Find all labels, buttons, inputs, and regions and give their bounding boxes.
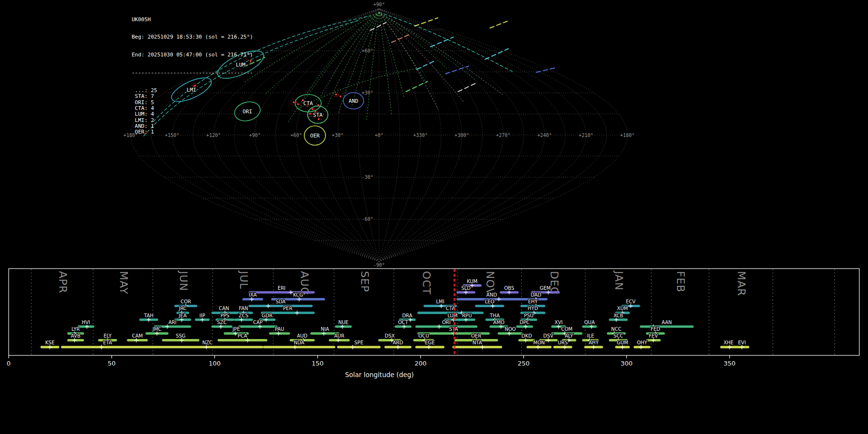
latitude-tick-label: +90°	[373, 2, 385, 7]
shower-code-label: DRA	[402, 313, 412, 318]
shower-bar: KSE	[41, 340, 58, 349]
shower-bar: URS	[555, 340, 571, 349]
shower-code-label: NCC	[611, 326, 621, 332]
shower-bar: JEA	[176, 313, 190, 322]
shower-code-label: CAP	[253, 320, 263, 325]
shower-bar: XHE	[721, 340, 736, 349]
latitude-tick-label: +60°	[362, 48, 373, 54]
shower-code-label: FAN	[239, 306, 248, 311]
shower-code-label: AAN	[662, 320, 672, 325]
shower-code-label: LUM	[448, 313, 458, 318]
meteor-trail	[287, 13, 379, 123]
shower-code-label: URS	[558, 340, 568, 345]
shower-code-label: KSE	[45, 340, 54, 345]
shower-code-label: AVB	[71, 333, 81, 339]
shower-code-label: DAD	[530, 292, 541, 298]
shower-bar: RPU	[460, 313, 474, 322]
meteor-point	[309, 113, 311, 115]
shower-code-label: DKD	[521, 333, 532, 339]
shower-code-label: NUE	[339, 320, 349, 325]
meteor-observation-report: +180°+150°+120°+90°+60°+30°+0°+330°+300°…	[0, 0, 868, 434]
radiant-label: CTA	[303, 100, 313, 107]
longitude-tick-label: +330°	[413, 133, 428, 138]
shower-code-label: LMI	[436, 299, 444, 304]
month-label: JUL	[238, 270, 250, 289]
shower-code-label: ZCS	[239, 313, 248, 318]
shower-code-label: OER	[471, 333, 481, 339]
shower-bar: SSG	[163, 333, 198, 342]
shower-count-row: OER: 1	[132, 129, 253, 135]
radiant-label: OER	[310, 133, 320, 139]
shower-code-label: XVI	[555, 320, 563, 325]
radiant-label: STA	[313, 112, 323, 118]
longitude-tick-label: +270°	[496, 133, 510, 138]
meteor-trail	[536, 68, 555, 72]
shower-code-label: PPS	[220, 313, 229, 318]
shower-code-label: OCU	[419, 333, 429, 339]
shower-code-label: OHY	[637, 340, 648, 345]
longitude-tick-label: +210°	[579, 133, 593, 138]
shower-code-label: XHE	[723, 340, 733, 345]
shower-bar: OCT	[396, 320, 410, 329]
shower-code-label: ARD	[393, 340, 404, 345]
meteor-trail	[370, 23, 386, 30]
longitude-tick-label: +30°	[332, 133, 343, 138]
x-axis-title: Solar longitude (deg)	[345, 371, 414, 379]
shower-count-row: LUM: 4	[132, 111, 253, 117]
shower-code-label: NTA	[473, 340, 482, 345]
shower-code-label: GUM	[617, 340, 628, 345]
shower-code-label: SSG	[176, 333, 185, 339]
x-tick-label: 150	[312, 360, 324, 367]
observation-header: UK005H Beg: 20251029 18:53:30 (sol = 216…	[132, 5, 253, 147]
x-tick-label: 250	[517, 360, 529, 367]
shower-bar: AAN	[641, 320, 692, 329]
meteor-point	[318, 118, 320, 120]
shower-code-label: KCG	[293, 292, 303, 298]
shower-code-label: ARI	[168, 320, 176, 325]
shower-code-label: EVI	[738, 340, 746, 345]
shower-bar: AUR	[330, 333, 348, 342]
shower-code-label: ETA	[103, 340, 112, 345]
shower-bar: GUM	[616, 340, 629, 349]
shower-bar: IIP	[196, 313, 209, 322]
shower-bar: MON	[528, 340, 550, 349]
shower-code-label: THA	[489, 313, 500, 318]
meteor-trail	[415, 18, 438, 26]
month-label: FEB	[675, 271, 687, 293]
shower-bar: DKD	[519, 333, 534, 342]
shower-code-label: ILE	[587, 333, 594, 339]
shower-code-label: AHY	[589, 340, 599, 345]
shower-bar: SZC	[213, 320, 231, 329]
latitude-tick-label: -30°	[362, 175, 373, 180]
shower-counts: ...: 25 STA: 7 ORI: 5 CTA: 4 LUM: 4 LMI:…	[132, 88, 253, 135]
shower-code-label: NIA	[321, 326, 329, 332]
shower-bar: ETA	[62, 340, 153, 349]
shower-code-label: COM	[561, 326, 572, 332]
meteor-trail	[458, 82, 477, 92]
meteor-trail	[379, 13, 438, 109]
shower-code-label: CAM	[132, 333, 143, 339]
latitude-tick-label: -90°	[373, 262, 385, 268]
x-tick-label: 350	[724, 360, 736, 367]
shower-bar: OHY	[635, 340, 649, 349]
meteor-trail	[490, 21, 507, 28]
longitude-tick-label: +240°	[537, 133, 552, 138]
shower-code-label: LEO	[485, 299, 494, 304]
shower-code-label: DSX	[385, 333, 395, 339]
meteor-trail	[406, 81, 427, 92]
longitude-tick-label: +300°	[455, 133, 469, 138]
x-axis: 050100150200250300350Solar longitude (de…	[7, 355, 735, 379]
shower-code-label: ECV	[626, 299, 636, 304]
shower-code-label: ELY	[104, 333, 112, 339]
meteor-trail	[485, 49, 508, 59]
shower-code-label: JPE	[232, 326, 240, 332]
shower-code-label: AND	[487, 292, 497, 298]
shower-bar: CAP	[239, 320, 276, 329]
shower-code-label: SCC	[613, 333, 623, 339]
x-tick-label: 0	[7, 360, 11, 367]
month-label: SEP	[359, 271, 371, 292]
meteor-trail	[338, 13, 379, 114]
latitude-tick-label: -60°	[362, 217, 373, 222]
x-tick-label: 100	[209, 360, 221, 367]
shower-code-label: JRC	[178, 306, 187, 311]
